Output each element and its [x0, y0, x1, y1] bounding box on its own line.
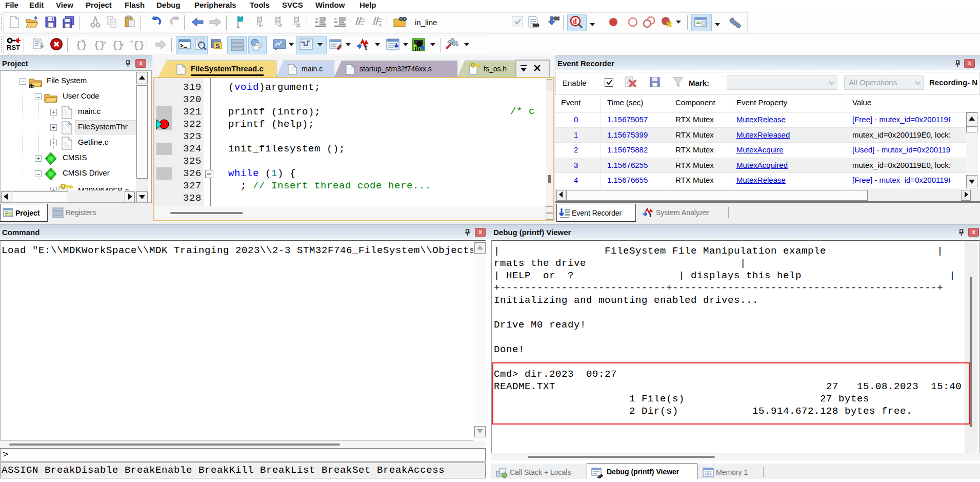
svg-text:d: d: [573, 17, 577, 25]
svg-text:RST: RST: [7, 44, 20, 51]
svg-text:t: t: [365, 43, 367, 51]
svg-text:{}: {}: [76, 40, 87, 50]
svg-text:S: S: [215, 42, 220, 50]
svg-text:{}: {}: [112, 40, 124, 50]
svg-text:t: t: [649, 211, 652, 218]
svg-text:{}: {}: [94, 40, 105, 50]
svg-text:{}: {}: [133, 40, 144, 50]
